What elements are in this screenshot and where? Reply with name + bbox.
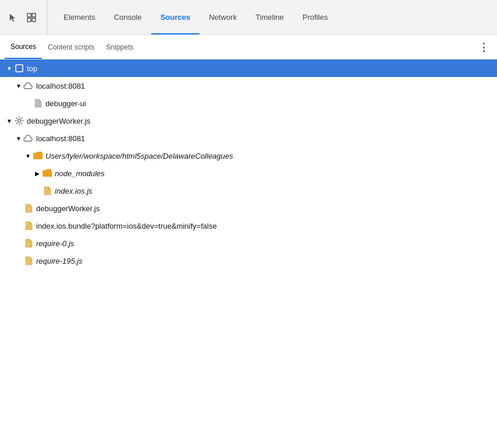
doc-icon-index-bundle (23, 220, 34, 231)
tree-item-debugger-ui[interactable]: debugger-ui (0, 94, 497, 112)
tree-item-localhost-1[interactable]: localhost:8081 (0, 77, 497, 94)
tree-item-users-folder[interactable]: Users/tyler/workspace/html5space/Delawar… (0, 147, 497, 164)
tree-item-debuggerworker-file[interactable]: debuggerWorker.js (0, 200, 497, 217)
doc-icon-debuggerworker-file (23, 203, 34, 214)
tree-item-debuggerworker-root[interactable]: debuggerWorker.js (0, 112, 497, 130)
subtab-content-scripts[interactable]: Content scripts (42, 35, 100, 59)
tree-item-top[interactable]: top (0, 60, 497, 77)
tree-item-localhost-2[interactable]: localhost:8081 (0, 130, 497, 147)
tab-elements[interactable]: Elements (54, 0, 104, 34)
tree-item-require-195[interactable]: require-195.js (0, 252, 497, 270)
svg-rect-3 (32, 18, 36, 22)
cloud-icon-2 (23, 133, 34, 144)
tree-item-index-ios-js[interactable]: index.ios.js (0, 182, 497, 200)
doc-icon-require-0 (23, 238, 34, 249)
tab-console[interactable]: Console (104, 0, 151, 34)
frame-icon (14, 63, 24, 74)
tree-arrow-node-modules (33, 169, 42, 178)
main-toolbar: Elements Console Sources Network Timelin… (0, 0, 497, 35)
doc-icon-index-ios (42, 186, 52, 196)
svg-point-5 (18, 120, 21, 123)
svg-rect-4 (16, 65, 23, 72)
doc-icon-require-195 (23, 256, 34, 266)
tree-item-require-0[interactable]: require-0.js (0, 235, 497, 252)
svg-rect-0 (27, 13, 31, 17)
tab-timeline[interactable]: Timeline (246, 0, 293, 34)
folder-orange-icon-users (33, 150, 43, 161)
tab-network[interactable]: Network (200, 0, 246, 34)
sources-tree-panel[interactable]: top localhost:8081 debugger-ui (0, 60, 497, 448)
subtab-snippets[interactable]: Snippets (100, 35, 139, 59)
svg-rect-6 (33, 153, 43, 159)
folder-orange-icon-node-modules (42, 168, 52, 178)
cloud-icon-1 (23, 80, 34, 91)
tree-arrow-top (5, 64, 14, 73)
tree-arrow-localhost-1 (14, 81, 23, 90)
tab-profiles[interactable]: Profiles (293, 0, 337, 34)
gear-icon (14, 116, 24, 126)
cursor-tool-button[interactable] (5, 9, 21, 26)
tree-arrow-users (23, 151, 33, 160)
tab-sources[interactable]: Sources (151, 0, 200, 34)
tree-item-index-bundle[interactable]: index.ios.bundle?platform=ios&dev=true&m… (0, 217, 497, 235)
main-tab-list: Elements Console Sources Network Timelin… (54, 0, 337, 34)
svg-rect-7 (43, 171, 52, 177)
tree-arrow-debuggerworker (5, 116, 14, 125)
doc-icon-debugger-ui (33, 98, 43, 108)
subtab-sources[interactable]: Sources (5, 35, 42, 59)
sub-toolbar-menu-button[interactable]: ⋮ (476, 39, 492, 55)
tree-arrow-localhost-2 (14, 134, 23, 143)
sub-toolbar: Sources Content scripts Snippets ⋮ (0, 35, 497, 60)
toolbar-icon-group (5, 0, 47, 34)
frame-tool-button[interactable] (23, 9, 40, 26)
svg-rect-1 (32, 13, 36, 17)
svg-rect-2 (27, 18, 31, 22)
tree-item-node-modules[interactable]: node_modules (0, 164, 497, 182)
